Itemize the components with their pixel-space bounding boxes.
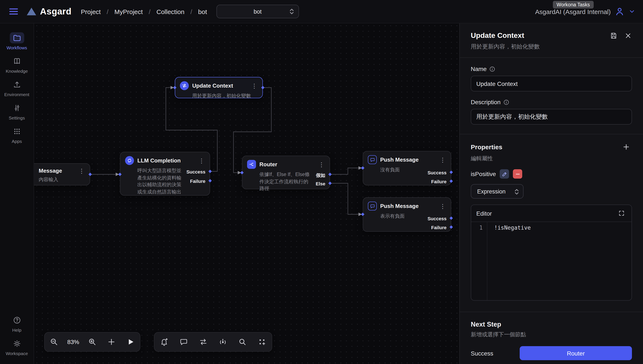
workflow-canvas[interactable]: Message ⋮ 內容輸入 LLM Completion ⋮ 呼叫大型語言模型…: [34, 23, 459, 364]
agent-icon[interactable]: [217, 336, 229, 348]
description-field-label: Description: [471, 99, 500, 106]
logo-triangle-icon: [26, 7, 36, 16]
llm-icon: [125, 156, 134, 165]
workona-tasks-tooltip: Workona Tasks: [553, 1, 594, 8]
breadcrumb-item-project[interactable]: Project: [81, 8, 100, 15]
node-description: 內容輸入: [34, 175, 90, 187]
breadcrumb-item-myproject[interactable]: MyProject: [114, 8, 143, 15]
node-output-failure[interactable]: Failure: [431, 179, 446, 184]
save-icon[interactable]: [610, 32, 618, 40]
node-update-context[interactable]: Update Context ⋮ 用於更新內容，初始化變數: [175, 77, 263, 98]
run-workflow-icon[interactable]: [124, 336, 136, 348]
node-menu-icon[interactable]: ⋮: [317, 162, 326, 167]
property-name: isPositive: [471, 170, 496, 177]
help-icon: [10, 315, 24, 326]
zoom-toolbar: 83%: [44, 332, 140, 352]
node-title: Push Message: [380, 156, 434, 163]
expand-editor-icon[interactable]: [617, 208, 626, 218]
add-node-icon[interactable]: [106, 336, 117, 348]
node-menu-icon[interactable]: ⋮: [250, 83, 259, 89]
editor-line-number: 1: [471, 222, 487, 301]
apps-icon: [10, 126, 24, 137]
add-property-icon[interactable]: [620, 141, 632, 153]
search-icon[interactable]: [236, 336, 248, 348]
sidebar-item-apps[interactable]: Apps: [0, 123, 34, 147]
breadcrumb-separator: /: [149, 8, 150, 15]
panel-subtitle: 用於更新內容，初始化變數: [471, 43, 632, 50]
swap-arrows-icon[interactable]: [197, 336, 209, 348]
remove-property-icon[interactable]: [513, 169, 522, 178]
zoom-level: 83%: [67, 338, 79, 345]
settings-icon: [10, 102, 24, 114]
node-output-failure[interactable]: Failure: [431, 225, 446, 230]
node-router[interactable]: Router ⋮ 依據If、Else If、Else條件決定工作流程執行的路徑 …: [242, 156, 330, 189]
breadcrumb-item-bot[interactable]: bot: [198, 8, 207, 15]
editor-code[interactable]: !isNegative: [487, 222, 531, 301]
select-chevrons-icon: [289, 8, 295, 15]
node-menu-icon[interactable]: ⋮: [438, 203, 448, 209]
sidebar-label: Knowledge: [6, 68, 28, 74]
panel-title: Update Context: [471, 32, 610, 40]
breadcrumb: Project / MyProject / Collection / bot: [81, 8, 207, 15]
name-field-label: Name: [471, 66, 487, 72]
workflows-icon: [10, 32, 24, 43]
node-menu-icon[interactable]: ⋮: [438, 157, 448, 163]
knowledge-icon: [10, 56, 24, 67]
push-message-icon: [368, 202, 377, 210]
name-field[interactable]: [471, 76, 632, 92]
properties-subtitle: 編輯屬性: [471, 155, 632, 162]
node-title: Router: [260, 161, 314, 168]
chat-icon[interactable]: [178, 336, 190, 348]
editor-body[interactable]: 1 !isNegative: [471, 222, 632, 301]
sidebar-item-environment[interactable]: Environment: [0, 76, 34, 100]
app-logo: Asgard: [26, 6, 72, 16]
app-root: Asgard Project / MyProject / Collection …: [0, 0, 643, 364]
update-context-icon: [180, 81, 189, 90]
node-output-success[interactable]: Success: [428, 216, 446, 221]
user-icon: [614, 6, 625, 16]
node-menu-icon[interactable]: ⋮: [197, 158, 206, 164]
edit-property-icon[interactable]: [500, 169, 509, 178]
zoom-out-icon[interactable]: [48, 336, 60, 348]
sidebar-item-help[interactable]: Help: [0, 312, 34, 336]
widgets-icon[interactable]: [256, 336, 268, 348]
push-message-icon: [368, 155, 377, 164]
node-llm-completion[interactable]: LLM Completion ⋮ 呼叫大型語言模型並產生結構化的資料輸出以輔助流…: [120, 152, 210, 196]
chevron-down-icon: [628, 8, 635, 15]
breadcrumb-item-collection[interactable]: Collection: [156, 8, 184, 15]
sidebar-item-knowledge[interactable]: Knowledge: [0, 53, 34, 76]
property-type-select[interactable]: Expression: [471, 184, 524, 198]
node-push-message-negative[interactable]: Push Message ⋮ 表示有負面 Success Failure: [363, 197, 451, 232]
node-config-panel: Update Context 用於更新內容，初始化變數 Name D: [459, 23, 643, 364]
sidebar-item-workspace[interactable]: Workspace: [0, 336, 34, 359]
workflow-selector[interactable]: bot: [216, 5, 299, 18]
top-navbar: Asgard Project / MyProject / Collection …: [0, 0, 643, 24]
sidebar-item-settings[interactable]: Settings: [0, 100, 34, 123]
next-step-subtitle: 新增或選擇下一個節點: [471, 331, 632, 338]
node-output-success[interactable]: Success: [428, 170, 446, 175]
node-output-else[interactable]: Else: [316, 181, 325, 186]
left-sidebar: Workflows Knowledge Environment Settings: [0, 23, 34, 364]
breadcrumb-separator: /: [190, 8, 192, 15]
sidebar-label: Settings: [9, 115, 25, 120]
divider: [460, 134, 643, 134]
node-output-if[interactable]: 假如: [316, 172, 325, 178]
properties-title: Properties: [471, 143, 502, 150]
next-step-router-button[interactable]: Router: [520, 346, 632, 360]
menu-icon[interactable]: [7, 5, 20, 18]
notification-add-icon[interactable]: [158, 336, 170, 348]
close-icon[interactable]: [624, 32, 632, 40]
description-field[interactable]: [471, 109, 632, 124]
node-message[interactable]: Message ⋮ 內容輸入: [34, 163, 90, 186]
sidebar-label: Help: [12, 328, 21, 332]
node-output-failure[interactable]: Failure: [190, 178, 206, 184]
node-menu-icon[interactable]: ⋮: [77, 168, 86, 174]
node-title: LLM Completion: [137, 157, 194, 164]
next-step-title: Next Step: [471, 321, 632, 328]
node-output-success[interactable]: Success: [186, 169, 206, 174]
sidebar-label: Environment: [4, 92, 29, 97]
node-push-message-positive[interactable]: Push Message ⋮ 沒有負面 Success Failure: [363, 151, 451, 186]
zoom-in-icon[interactable]: [86, 336, 98, 348]
sidebar-item-workflows[interactable]: Workflows: [0, 30, 34, 53]
expression-editor: Editor 1 !isNegative: [471, 204, 632, 301]
